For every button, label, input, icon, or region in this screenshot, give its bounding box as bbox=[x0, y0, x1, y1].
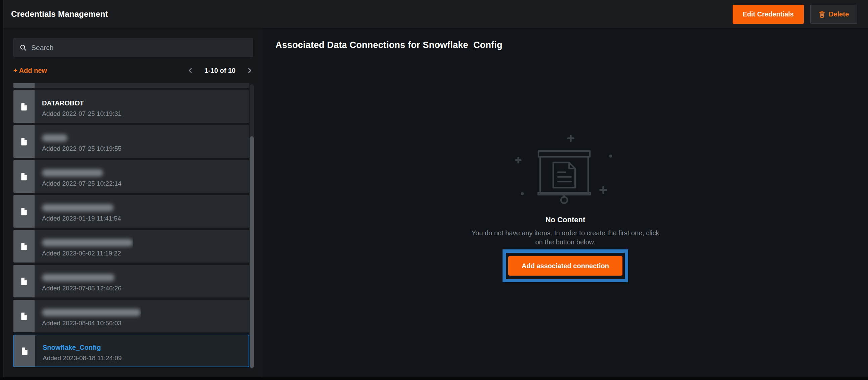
credential-item-body: Added 2023-07-05 12:46:26 bbox=[35, 265, 122, 297]
credential-item[interactable]: Added 2023-07-05 12:46:26 bbox=[13, 265, 249, 297]
credential-item[interactable]: Snowflake_Config Added 2023-08-18 11:24:… bbox=[13, 335, 249, 367]
redacted-credential-name bbox=[42, 169, 103, 177]
add-new-link[interactable]: + Add new bbox=[13, 67, 47, 74]
document-icon bbox=[553, 162, 575, 188]
empty-state-description-line2: on the button below. bbox=[472, 238, 659, 247]
credential-item-icon-strip bbox=[13, 195, 35, 228]
file-icon bbox=[21, 103, 27, 111]
credential-item[interactable]: Added 2023-08-04 10:56:03 bbox=[13, 300, 249, 332]
add-associated-connection-button[interactable]: Add associated connection bbox=[508, 256, 622, 276]
trash-icon bbox=[818, 10, 825, 18]
credentials-list-region: DATAROBOT Added 2022-07-25 10:19:31 Adde… bbox=[13, 83, 253, 369]
credential-name bbox=[42, 239, 133, 247]
sparkle-dot bbox=[521, 192, 524, 195]
credential-added: Added 2022-07-25 10:19:31 bbox=[42, 110, 122, 118]
edit-credentials-button[interactable]: Edit Credentials bbox=[733, 5, 804, 24]
sidebar: + Add new 1-10 of 10 bbox=[3, 29, 263, 380]
credential-item-body: DATAROBOT Added 2022-07-25 10:19:31 bbox=[35, 90, 122, 123]
credential-added: Added 2023-06-02 11:19:22 bbox=[42, 250, 133, 257]
pagination: 1-10 of 10 bbox=[187, 66, 253, 75]
empty-state-illustration bbox=[512, 131, 619, 208]
redacted-credential-name bbox=[42, 204, 114, 212]
focus-highlight: Add associated connection bbox=[502, 249, 628, 282]
redacted-credential-name bbox=[42, 134, 67, 142]
left-edge-strip bbox=[0, 0, 3, 380]
next-page-button[interactable] bbox=[247, 66, 253, 75]
empty-state-description-line1: You do not have any items. In order to c… bbox=[472, 229, 659, 238]
redacted-credential-name bbox=[42, 274, 115, 281]
credential-item[interactable]: Added 2023-06-02 11:19:22 bbox=[13, 230, 249, 262]
credential-item[interactable] bbox=[13, 83, 249, 88]
credential-item[interactable]: Added 2023-01-19 11:41:54 bbox=[13, 195, 249, 228]
app-header: Credentials Management Edit Credentials … bbox=[0, 0, 868, 29]
credential-name: Snowflake_Config bbox=[43, 343, 122, 351]
sparkle-plus-icon bbox=[516, 158, 521, 162]
projector-screen-pull-ring bbox=[561, 197, 567, 203]
credential-added: Added 2023-08-18 11:24:09 bbox=[43, 354, 122, 362]
file-icon bbox=[21, 208, 27, 216]
section-title: Associated Data Connections for Snowflak… bbox=[275, 40, 868, 50]
list-controls: + Add new 1-10 of 10 bbox=[13, 64, 253, 77]
redacted-credential-name bbox=[42, 239, 133, 246]
credential-name bbox=[42, 309, 141, 317]
main-panel: Associated Data Connections for Snowflak… bbox=[263, 29, 868, 380]
file-icon bbox=[21, 242, 27, 250]
credential-item-body: Added 2023-08-04 10:56:03 bbox=[35, 300, 141, 332]
sparkle-dot bbox=[609, 155, 612, 158]
credential-item-body: Snowflake_Config Added 2023-08-18 11:24:… bbox=[35, 335, 122, 367]
empty-state-heading: No Content bbox=[546, 216, 586, 224]
credential-item-icon-strip bbox=[14, 335, 35, 367]
credential-added: Added 2022-07-25 10:22:14 bbox=[42, 180, 122, 187]
credential-item-icon-strip bbox=[13, 230, 35, 262]
credential-item-icon-strip bbox=[13, 265, 35, 297]
credential-item-body: Added 2023-06-02 11:19:22 bbox=[35, 230, 133, 262]
credential-added: Added 2023-08-04 10:56:03 bbox=[42, 320, 141, 327]
prev-page-button[interactable] bbox=[187, 66, 193, 75]
credential-added: Added 2023-01-19 11:41:54 bbox=[42, 215, 121, 222]
credentials-list: DATAROBOT Added 2022-07-25 10:19:31 Adde… bbox=[13, 83, 249, 369]
bottom-edge-strip bbox=[0, 377, 868, 380]
credential-item[interactable]: Added 2022-07-25 10:22:14 bbox=[13, 160, 249, 193]
sparkle-plus-icon bbox=[600, 187, 606, 193]
credential-name: DATAROBOT bbox=[42, 99, 122, 107]
file-icon bbox=[21, 312, 27, 320]
delete-button-label: Delete bbox=[829, 10, 849, 18]
page-title: Credentials Management bbox=[11, 9, 108, 19]
file-icon bbox=[22, 347, 28, 355]
credential-item-body bbox=[35, 83, 42, 88]
file-icon bbox=[21, 172, 27, 181]
page-range-label: 1-10 of 10 bbox=[202, 67, 239, 74]
projector-screen-top-bar bbox=[538, 151, 590, 157]
file-icon bbox=[21, 138, 27, 146]
credential-item-icon-strip bbox=[13, 125, 35, 158]
header-actions: Edit Credentials Delete bbox=[733, 5, 857, 24]
credential-name bbox=[42, 169, 122, 177]
credential-item[interactable]: Added 2022-07-25 10:19:55 bbox=[13, 125, 249, 158]
credential-item-icon-strip bbox=[13, 90, 35, 123]
empty-state-description: You do not have any items. In order to c… bbox=[472, 229, 659, 247]
empty-state: No Content You do not have any items. In… bbox=[263, 131, 868, 282]
redacted-credential-name bbox=[42, 309, 141, 316]
credential-added: Added 2023-07-05 12:46:26 bbox=[42, 285, 122, 292]
credential-item-body: Added 2022-07-25 10:22:14 bbox=[35, 160, 122, 193]
credential-item-icon-strip bbox=[13, 300, 35, 332]
credential-name bbox=[42, 274, 122, 282]
credential-item-icon-strip bbox=[13, 160, 35, 193]
delete-button[interactable]: Delete bbox=[810, 5, 857, 24]
credential-item-body: Added 2023-01-19 11:41:54 bbox=[35, 195, 121, 228]
credential-name bbox=[42, 134, 122, 142]
credential-item-icon-strip bbox=[13, 83, 35, 88]
chevron-right-icon bbox=[247, 67, 252, 74]
credential-name bbox=[42, 204, 121, 212]
chevron-left-icon bbox=[188, 67, 193, 74]
search-input[interactable] bbox=[31, 44, 247, 52]
credential-item-body: Added 2022-07-25 10:19:55 bbox=[35, 125, 122, 158]
file-icon bbox=[21, 277, 27, 285]
search-box bbox=[13, 38, 253, 57]
credential-added: Added 2022-07-25 10:19:55 bbox=[42, 145, 122, 152]
search-icon bbox=[20, 44, 27, 51]
sparkle-plus-icon bbox=[568, 136, 574, 141]
scrollbar-thumb[interactable] bbox=[250, 136, 254, 368]
credential-item[interactable]: DATAROBOT Added 2022-07-25 10:19:31 bbox=[13, 90, 249, 123]
